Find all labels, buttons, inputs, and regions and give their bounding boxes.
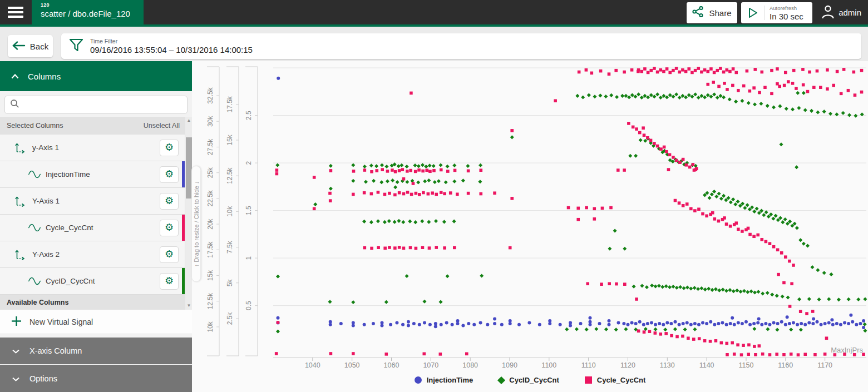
- y-tick-label: 17.5k: [226, 96, 234, 112]
- plus-icon: [11, 316, 22, 328]
- sine-wave-icon: [28, 276, 41, 286]
- gear-icon[interactable]: ⚙: [160, 193, 179, 210]
- x-axis-column-section[interactable]: X-axis Column: [0, 338, 192, 364]
- new-virtual-signal-button[interactable]: New Virtual Signal: [0, 310, 192, 334]
- options-section[interactable]: Options: [0, 365, 192, 392]
- y-tick-label: 27.5k: [206, 138, 214, 155]
- menu-icon[interactable]: [8, 7, 24, 18]
- signal-row-CycID_CycCnt[interactable]: CycID_CycCnt⚙: [0, 268, 192, 295]
- y-tick-label: 12.5k: [226, 167, 234, 184]
- scatter-chart[interactable]: 10k12.5k15k17.5k20k22.5k25k27.5k30k32.5k…: [192, 61, 868, 373]
- x-axis: 1040105010601070108010901100111011201130…: [273, 346, 866, 369]
- time-filter-value: 09/16/2016 13:55:04 – 10/31/2016 14:00:1…: [90, 45, 253, 54]
- legend-square-icon: [585, 376, 592, 384]
- x-axis-title: MaxInjPrs: [831, 346, 863, 354]
- gear-icon[interactable]: ⚙: [160, 273, 179, 290]
- user-icon: [821, 4, 835, 21]
- x-tick-label: 1050: [344, 361, 360, 369]
- series-CycID_CycCnt: [275, 91, 867, 334]
- share-button[interactable]: Share: [687, 2, 737, 23]
- y-tick-label: 25k: [206, 167, 214, 178]
- search-icon: [10, 99, 19, 111]
- tab-id: 120: [41, 2, 144, 8]
- filter-icon: [69, 38, 83, 54]
- autorefresh-label: Autorefresh: [770, 5, 803, 11]
- gear-icon[interactable]: ⚙: [160, 140, 179, 156]
- options-label: Options: [29, 374, 57, 383]
- x-tick-label: 1120: [620, 361, 635, 369]
- sine-wave-icon: [28, 222, 41, 233]
- unselect-all-button[interactable]: Unselect All: [144, 122, 180, 130]
- chart-panel: 10k12.5k15k17.5k20k22.5k25k27.5k30k32.5k…: [192, 61, 868, 392]
- x-tick-label: 1150: [739, 361, 754, 369]
- y-tick-label: 7.5k: [226, 240, 234, 254]
- y-tick-label: 1: [245, 256, 253, 260]
- filter-bar: Back Time Filter 09/16/2016 13:55:04 – 1…: [0, 27, 868, 61]
- chevron-down-icon: [12, 374, 19, 383]
- legend-label: CycID_CycCnt: [509, 376, 559, 384]
- share-icon: [692, 6, 704, 19]
- x-tick-label: 1130: [660, 361, 675, 369]
- axis-icon: [14, 142, 28, 153]
- x-tick-label: 1100: [541, 361, 556, 369]
- y-tick-label: 15k: [206, 270, 214, 281]
- y-tick-label: 30k: [206, 116, 214, 127]
- signal-row-InjectionTime[interactable]: InjectionTime⚙: [0, 161, 192, 188]
- top-bar: 120 scatter / dbo.deFile_120 Share Autor…: [0, 0, 868, 24]
- autorefresh-button[interactable]: Autorefresh In 30 sec: [741, 2, 812, 23]
- y-tick-label: 12.5k: [206, 292, 214, 309]
- legend-circle-icon: [415, 376, 422, 384]
- gear-icon[interactable]: ⚙: [160, 246, 179, 263]
- legend-diamond-icon: [497, 376, 505, 384]
- sidebar-resize-handle[interactable]: ↑ Drag to resize / Click to hide ↓: [191, 166, 201, 282]
- axis-row-Y-Axis 1[interactable]: Y-Axis 1⚙: [0, 188, 192, 215]
- chart-legend: InjectionTimeCycID_CycCntCycle_CycCnt: [192, 376, 868, 384]
- axis-row-Y-Axis 2[interactable]: Y-Axis 2⚙: [0, 241, 192, 268]
- gridlines: [273, 68, 866, 306]
- search-input[interactable]: [24, 101, 187, 109]
- back-button[interactable]: Back: [8, 35, 53, 57]
- new-virtual-signal-label: New Virtual Signal: [29, 317, 93, 326]
- tab-title: scatter / dbo.deFile_120: [41, 9, 144, 18]
- selected-columns-header: Selected Columns Unselect All: [0, 117, 192, 135]
- available-columns-header: Available Columns: [0, 295, 192, 310]
- legend-label: InjectionTime: [427, 376, 474, 384]
- series-InjectionTime: [276, 77, 865, 329]
- x-tick-label: 1110: [581, 361, 596, 369]
- signal-row-Cycle_CycCnt[interactable]: Cycle_CycCnt⚙: [0, 215, 192, 241]
- x-tick-label: 1160: [778, 361, 793, 369]
- y-tick-label: 2: [245, 161, 253, 165]
- autorefresh-value: In 30 sec: [770, 12, 803, 21]
- y-tick-label: 32.5k: [206, 87, 214, 103]
- legend-item-Cycle_CycCnt[interactable]: Cycle_CycCnt: [585, 376, 645, 384]
- series-Cycle_CycCnt: [275, 67, 865, 356]
- x-tick-label: 1170: [817, 361, 832, 369]
- back-label: Back: [30, 42, 48, 51]
- x-tick-label: 1070: [423, 361, 438, 369]
- y-axis-InjectionTime: 0.511.522.5: [245, 67, 258, 356]
- user-menu[interactable]: admin: [821, 4, 861, 21]
- columns-header[interactable]: Columns: [0, 61, 192, 91]
- selected-columns-list: y-Axis 1⚙InjectionTime⚙Y-Axis 1⚙Cycle_Cy…: [0, 135, 192, 295]
- x-tick-label: 1090: [502, 361, 517, 369]
- axis-row-y-Axis 1[interactable]: y-Axis 1⚙: [0, 135, 192, 161]
- gear-icon[interactable]: ⚙: [160, 220, 179, 236]
- gear-icon[interactable]: ⚙: [160, 166, 179, 183]
- y-tick-label: 15k: [226, 134, 234, 145]
- y-tick-label: 5k: [226, 279, 234, 286]
- share-label: Share: [709, 8, 731, 18]
- legend-item-CycID_CycCnt[interactable]: CycID_CycCnt: [499, 376, 559, 384]
- x-tick-label: 1080: [462, 361, 478, 369]
- selected-columns-label: Selected Columns: [7, 122, 63, 130]
- chevron-up-icon: [11, 71, 19, 81]
- sine-wave-icon: [28, 169, 41, 180]
- app-tab[interactable]: 120 scatter / dbo.deFile_120: [32, 0, 144, 24]
- x-axis-column-label: X-axis Column: [29, 346, 82, 355]
- y-tick-label: 1.5: [245, 206, 253, 215]
- legend-item-InjectionTime[interactable]: InjectionTime: [415, 376, 474, 384]
- y-tick-label: 17.5k: [206, 241, 214, 258]
- back-arrow-icon: [12, 41, 26, 52]
- time-filter[interactable]: Time Filter 09/16/2016 13:55:04 – 10/31/…: [61, 33, 861, 59]
- y-tick-label: 2.5: [245, 111, 253, 120]
- user-name: admin: [839, 8, 861, 17]
